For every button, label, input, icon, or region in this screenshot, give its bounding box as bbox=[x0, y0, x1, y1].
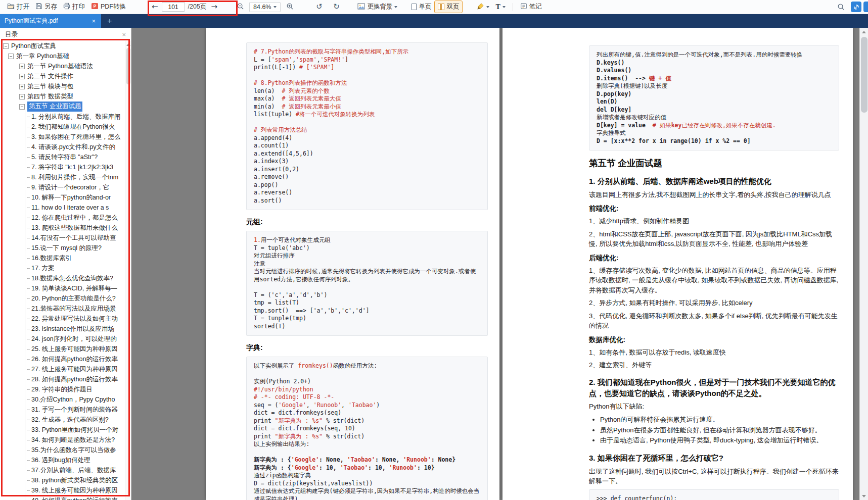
toc-root-item[interactable]: −Python面试宝典 bbox=[0, 41, 125, 51]
toc-question-item[interactable]: 29. 字符串的操作题目 bbox=[0, 384, 125, 394]
toc-section-item[interactable]: +第二节 文件操作 bbox=[0, 71, 125, 81]
sidebar-scrollbar[interactable] bbox=[125, 41, 131, 500]
toc-question-item[interactable]: 21.装饰器的写法以及应用场景 bbox=[0, 304, 125, 314]
link-icon[interactable] bbox=[851, 2, 861, 12]
search-icon[interactable] bbox=[835, 2, 847, 13]
print-button[interactable]: 打印 bbox=[60, 1, 88, 13]
save-as-button[interactable]: 另存 bbox=[32, 1, 60, 13]
clipped-edge-icon[interactable] bbox=[863, 2, 868, 12]
redo-button[interactable]: ↻ bbox=[330, 2, 342, 13]
toc-question-item[interactable]: 35.为什么函数名字可以当做参 bbox=[0, 445, 125, 455]
toc-section-item[interactable]: +第四节 数据类型 bbox=[0, 91, 125, 102]
tree-toggle-icon[interactable]: + bbox=[19, 94, 25, 99]
toc-question-item[interactable]: 5. 请反转字符串 "aStr"? bbox=[0, 152, 125, 162]
tree-toggle-icon[interactable]: − bbox=[8, 54, 14, 59]
tree-toggle-icon[interactable]: + bbox=[19, 64, 25, 69]
toc-question-item[interactable]: 32. 生成器，迭代器的区别? bbox=[0, 415, 125, 425]
toc-question-item[interactable]: 3. 如果你困在了死循环里，怎么 bbox=[0, 132, 125, 142]
toc-question-item[interactable]: 30.介绍Cython，Pypy Cpytho bbox=[0, 394, 125, 405]
prev-page-button[interactable]: ← bbox=[150, 3, 160, 11]
note-button[interactable]: 笔记 bbox=[517, 1, 545, 13]
code-segment: , bbox=[306, 402, 313, 409]
toc-question-item[interactable]: 1. 分别从前端、后端、数据库阐 bbox=[0, 112, 125, 122]
zoom-level-select[interactable]: 84.6% bbox=[249, 2, 281, 12]
zoom-out-button[interactable] bbox=[234, 2, 246, 13]
toc-close-icon[interactable]: × bbox=[122, 31, 126, 38]
toc-question-item[interactable]: 11. how do I iterate over a s bbox=[0, 203, 125, 213]
main-scroll-thumb[interactable] bbox=[861, 37, 867, 113]
toc-question-item[interactable]: 33. Python里面如何拷贝一个对 bbox=[0, 425, 125, 435]
toc-question-item[interactable]: 16.数据库索引 bbox=[0, 253, 125, 263]
scroll-up-icon[interactable] bbox=[860, 28, 868, 36]
code-segment: D.keys() bbox=[597, 59, 624, 66]
toc-question-item[interactable]: 2. 我们都知道现在Python很火 bbox=[0, 122, 125, 132]
single-page-button[interactable]: 单页 bbox=[408, 1, 434, 13]
toc-question-item[interactable]: 9. 请设计一个decorator，它 bbox=[0, 182, 125, 192]
code-segment: 新字典为 : { bbox=[254, 456, 291, 463]
scroll-up-icon[interactable] bbox=[126, 43, 130, 46]
code-segment: : 10, bbox=[319, 464, 340, 471]
scroll-down-icon[interactable] bbox=[860, 492, 868, 500]
toc-section-item[interactable]: −第五节 企业面试题 bbox=[0, 102, 125, 112]
bullet-item: Python的可解释特征会拖累其运行速度。 bbox=[600, 415, 839, 425]
code-segment: # ['SPAM'] bbox=[299, 64, 334, 71]
toc-question-item[interactable]: 13. 爬取这些数据都用来做什么 bbox=[0, 223, 125, 233]
code-segment: a.count(1) bbox=[254, 142, 289, 149]
tree-toggle-icon[interactable]: − bbox=[3, 43, 9, 49]
toc-item-label: 10. 解释一下python的and-or bbox=[31, 193, 111, 202]
open-button[interactable]: 打开 bbox=[4, 1, 32, 13]
change-background-button[interactable]: 更换背景 bbox=[354, 1, 400, 13]
toc-question-item[interactable]: 27. 线上服务可能因为种种原因 bbox=[0, 364, 125, 374]
heading-label: 前端优化: bbox=[589, 204, 839, 213]
next-page-button[interactable]: → bbox=[209, 3, 219, 11]
toc-section-item[interactable]: +第三节 模块与包 bbox=[0, 81, 125, 91]
page-number-input[interactable] bbox=[162, 2, 185, 12]
toc-question-item[interactable]: 17. 方案 bbox=[0, 263, 125, 273]
toc-question-item[interactable]: 26. 如何提高python的运行效率 bbox=[0, 354, 125, 364]
zoom-in-button[interactable] bbox=[284, 2, 296, 13]
toc-question-item[interactable]: 10. 解释一下python的and-or bbox=[0, 192, 125, 203]
tree-toggle-icon[interactable]: + bbox=[19, 84, 25, 89]
toc-question-item[interactable]: 38. python新式类和经典类的区 bbox=[0, 475, 125, 485]
text-tool-button[interactable]: T bbox=[492, 2, 508, 12]
toc-question-item[interactable]: 34. 如何判断是函数还是方法? bbox=[0, 435, 125, 445]
toc-question-item[interactable]: 40. 如何提高python的运行效率 bbox=[0, 495, 125, 500]
tab-close-icon[interactable]: × bbox=[90, 17, 97, 25]
pdf-convert-button[interactable]: P PDF转换 bbox=[88, 1, 129, 13]
toc-question-item[interactable]: 23. isinstance作用以及应用场 bbox=[0, 324, 125, 334]
toc-item-label: 5. 请反转字符串 "aStr"? bbox=[31, 153, 98, 162]
toc-question-item[interactable]: 15.说一下 mysql 的原理? bbox=[0, 243, 125, 253]
code-line: del D[key] bbox=[597, 106, 832, 114]
code-line: 通过赋值表达式元组构建字典(键必须是字符串,因为如果不是字符串,构造的时候也会当… bbox=[254, 487, 480, 500]
toc-question-item[interactable]: 22. 异常处理写法以及如何主动 bbox=[0, 314, 125, 324]
toc-question-item[interactable]: 18.数据库怎么优化查询效率? bbox=[0, 273, 125, 283]
toc-question-item[interactable]: 20. Python的主要功能是什么? bbox=[0, 293, 125, 304]
toc-question-item[interactable]: 31. 手写一个判断时间的装饰器 bbox=[0, 405, 125, 415]
toc-question-item[interactable]: 7. 将字符串 "k:1 |k1:2|k2:3|k3 bbox=[0, 162, 125, 172]
toc-question-item[interactable]: 24. json序列化时，可以处理的 bbox=[0, 334, 125, 344]
main-scrollbar[interactable] bbox=[859, 28, 868, 500]
toc-question-item[interactable]: 14.有没有一个工具可以帮助查 bbox=[0, 233, 125, 243]
double-page-button[interactable]: 双页 bbox=[434, 1, 463, 13]
tree-toggle-icon[interactable]: − bbox=[19, 104, 25, 110]
toc-item-label: 39. 线上服务可能因为种种原因 bbox=[31, 486, 118, 495]
toc-question-item[interactable]: 25. 线上服务可能因为种种原因 bbox=[0, 344, 125, 354]
new-tab-button[interactable]: + bbox=[107, 17, 112, 25]
toc-question-item[interactable]: 37.分别从前端、后端、数据库 bbox=[0, 465, 125, 475]
undo-button[interactable]: ↺ bbox=[313, 2, 325, 13]
document-tab[interactable]: Python面试宝典.pdf × bbox=[0, 14, 101, 28]
pdf-page-left-content: # 7.Python的列表的截取与字符串操作类型相同,如下所示L = ['spa… bbox=[206, 28, 499, 500]
toc-question-item[interactable]: 36. 遇到bug如何处理 bbox=[0, 455, 125, 465]
toc-question-item[interactable]: 12. 你在爬虫过程中，都是怎么 bbox=[0, 213, 125, 223]
toc-question-item[interactable]: 8. 利用切片操作，实现一个trim bbox=[0, 172, 125, 182]
code-line: # 8.Python列表操作的函数和方法 bbox=[254, 79, 480, 87]
toc-chapter-item[interactable]: −第一章 Python基础 bbox=[0, 51, 125, 61]
toc-question-item[interactable]: 28. 如何提高python的运行效率 bbox=[0, 374, 125, 384]
toc-question-item[interactable]: 4. 请谈谈.pyc文件和.py文件的 bbox=[0, 142, 125, 152]
toc-question-item[interactable]: 39. 线上服务可能因为种种原因 bbox=[0, 485, 125, 495]
tree-toggle-icon[interactable]: + bbox=[19, 74, 25, 79]
toc-question-item[interactable]: 19. 简单谈谈ACID, 并解释每— bbox=[0, 283, 125, 293]
toc-section-item[interactable]: +第一节 Python基础语法 bbox=[0, 61, 125, 71]
sidebar-scroll-thumb[interactable] bbox=[126, 48, 130, 84]
highlighter-tool-button[interactable] bbox=[474, 1, 492, 13]
